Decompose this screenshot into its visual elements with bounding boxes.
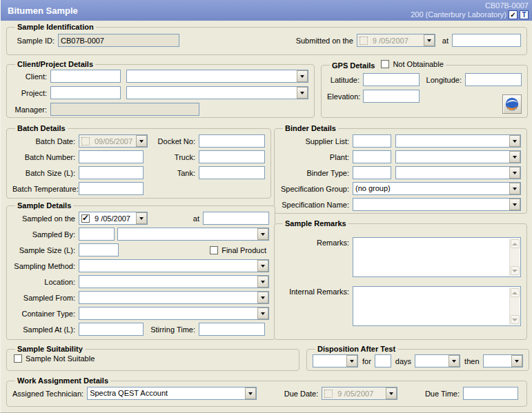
chevron-down-icon[interactable]: [136, 135, 147, 147]
disposition-period-select[interactable]: [415, 354, 460, 367]
batch-number-field[interactable]: [79, 150, 144, 163]
chevron-down-icon[interactable]: [424, 34, 435, 46]
plant-code-field[interactable]: [353, 150, 391, 163]
assigned-technician-value: Spectra QEST Account: [88, 387, 245, 399]
disposition-days-field[interactable]: [375, 354, 391, 367]
submitted-time-field[interactable]: [452, 34, 521, 47]
binder-type-select-value: [396, 167, 509, 179]
internal-remarks-scrollbar[interactable]: [509, 288, 520, 325]
batch-date-checkbox[interactable]: [81, 137, 90, 145]
sampled-date-checkbox[interactable]: [81, 214, 90, 223]
chevron-down-icon[interactable]: [346, 355, 357, 367]
binder-type-select[interactable]: [395, 166, 521, 179]
assigned-technician-select[interactable]: Spectra QEST Account: [87, 387, 257, 400]
t-icon[interactable]: T: [520, 10, 529, 19]
manager-field[interactable]: [50, 103, 199, 116]
sampled-by-code-field[interactable]: [79, 228, 115, 241]
sampled-date-value: 9 /05/2007: [92, 214, 133, 223]
chevron-down-icon[interactable]: [257, 228, 268, 240]
remarks-scrollbar[interactable]: [509, 239, 520, 276]
sample-size-field[interactable]: [79, 243, 119, 256]
final-product-checkbox[interactable]: [210, 246, 218, 254]
disposition-then-select[interactable]: [483, 354, 523, 367]
sample-details-section: Sample Details Sampled on the 9 /05/2007…: [6, 201, 275, 340]
client-select[interactable]: [126, 70, 308, 83]
due-date-checkbox[interactable]: [324, 390, 333, 398]
chevron-down-icon[interactable]: [136, 212, 147, 224]
longitude-field[interactable]: [465, 73, 522, 86]
gps-legend: GPS Details Not Obtainable: [330, 60, 446, 70]
batch-size-field[interactable]: [79, 166, 144, 179]
chevron-down-icon[interactable]: [386, 387, 397, 399]
batch-temperature-field[interactable]: [79, 182, 144, 195]
chevron-down-icon[interactable]: [449, 355, 460, 367]
chevron-down-icon[interactable]: [509, 151, 520, 163]
sampled-from-value: [79, 292, 257, 303]
docket-no-label: Docket No:: [148, 137, 199, 145]
project-label: Project:: [12, 89, 50, 97]
chevron-down-icon[interactable]: [297, 87, 308, 99]
checkmark-icon[interactable]: ✓: [509, 10, 518, 19]
latitude-field[interactable]: [363, 73, 420, 86]
chevron-down-icon[interactable]: [257, 308, 268, 319]
batch-section: Batch Details Batch Date: 09/05/2007 Doc…: [6, 124, 271, 199]
truck-label: Truck:: [144, 153, 199, 161]
location-select[interactable]: [79, 275, 269, 288]
scroll-down-icon[interactable]: [511, 266, 520, 275]
due-time-field[interactable]: [463, 387, 518, 400]
chevron-down-icon[interactable]: [297, 70, 308, 82]
supplier-select[interactable]: [395, 134, 521, 148]
submitted-on-label: Submitted on the: [296, 37, 357, 45]
tank-field[interactable]: [199, 166, 265, 179]
project-code-field[interactable]: [50, 86, 121, 99]
bitumen-sample-window: Bitumen Sample CB07B-0007 200 (Canterbur…: [0, 0, 532, 413]
gps-not-obtainable-checkbox[interactable]: [381, 60, 389, 68]
sampled-at-field[interactable]: [79, 323, 144, 336]
stirring-time-field[interactable]: [199, 323, 265, 336]
chevron-down-icon[interactable]: [509, 183, 520, 194]
specification-name-select[interactable]: [353, 198, 521, 211]
submitted-date-checkbox[interactable]: [359, 37, 368, 45]
truck-field[interactable]: [199, 150, 265, 163]
batch-date-picker[interactable]: 09/05/2007: [79, 134, 148, 148]
remarks-textarea[interactable]: [353, 237, 521, 277]
chevron-down-icon[interactable]: [509, 135, 520, 147]
chevron-down-icon[interactable]: [257, 292, 268, 303]
internal-remarks-textarea[interactable]: [353, 286, 521, 326]
disposition-action-select[interactable]: [313, 354, 358, 367]
sampled-by-select[interactable]: [117, 228, 269, 241]
google-earth-button[interactable]: [502, 94, 522, 114]
sample-not-suitable-checkbox[interactable]: [14, 354, 22, 363]
client-code-field[interactable]: [50, 70, 121, 83]
sampled-time-field[interactable]: [203, 212, 269, 225]
chevron-down-icon[interactable]: [257, 260, 268, 272]
sampled-from-select[interactable]: [79, 291, 269, 304]
sampled-date-picker[interactable]: 9 /05/2007: [79, 212, 148, 225]
sample-id-field[interactable]: [58, 34, 179, 47]
docket-no-field[interactable]: [199, 134, 265, 148]
chevron-down-icon[interactable]: [245, 387, 256, 399]
scroll-up-icon[interactable]: [511, 239, 520, 248]
submitted-date-picker[interactable]: 9 /05/2007: [357, 34, 435, 47]
due-time-label: Due Time:: [425, 390, 463, 398]
client-label: Client:: [12, 72, 50, 81]
supplier-code-field[interactable]: [353, 134, 391, 148]
chevron-down-icon[interactable]: [257, 276, 268, 288]
scroll-up-icon[interactable]: [511, 288, 520, 297]
chevron-down-icon[interactable]: [511, 355, 522, 367]
specification-group-select[interactable]: (no group): [353, 182, 521, 195]
plant-select[interactable]: [395, 150, 521, 163]
binder-type-code-field[interactable]: [353, 166, 391, 179]
due-date-picker[interactable]: 9 /05/2007: [322, 387, 397, 400]
sampling-method-value: [79, 260, 257, 272]
final-product-label: Final Product: [218, 246, 266, 254]
work-assignment-section: Work Assignment Details Assigned Technic…: [6, 376, 527, 407]
project-select[interactable]: [126, 86, 308, 99]
scroll-down-icon[interactable]: [511, 315, 520, 324]
elevation-field[interactable]: [363, 90, 420, 103]
chevron-down-icon[interactable]: [509, 199, 520, 210]
container-type-select[interactable]: [79, 307, 269, 320]
sample-suitability-section: Sample Suitability Sample Not Suitable: [6, 345, 299, 371]
chevron-down-icon[interactable]: [509, 167, 520, 179]
sampling-method-select[interactable]: [79, 259, 269, 272]
